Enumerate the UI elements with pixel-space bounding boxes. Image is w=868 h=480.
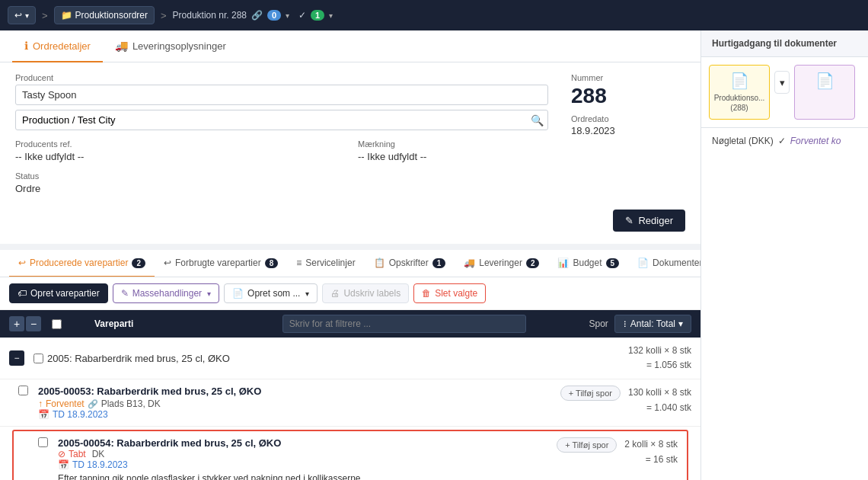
order-panel: ℹ Ordredetaljer 🚚 Leveringsoplysninger P…	[0, 30, 700, 244]
tab-forbrugte-varepartier[interactable]: ↩ Forbrugte varepartier 8	[155, 250, 287, 277]
back-button[interactable]: ↩ ▾	[8, 6, 36, 24]
main-content: ℹ Ordredetaljer 🚚 Leveringsoplysninger P…	[0, 30, 700, 480]
tab-dok-icon: 📄	[637, 258, 649, 268]
collapse-all-button[interactable]: −	[26, 316, 41, 331]
dropdown-arrow-links[interactable]: ▾	[286, 11, 289, 20]
lost-qty: 2 kolli × 8 stk = 16 stk	[624, 437, 678, 466]
columns-icon: ⫶	[623, 318, 627, 329]
table-row-lost: 2005-00054: Rabarberdrik med brus, 25 cl…	[12, 430, 688, 480]
lost-note: Efter tapning gik nogle glasflasker i st…	[58, 473, 549, 480]
status-row: Status Ordre	[0, 171, 700, 203]
lost-row-wrapper: 2005-00054: Rabarberdrik med brus, 25 cl…	[0, 427, 700, 480]
lost-name: 2005-00054: Rabarberdrik med brus, 25 cl…	[58, 437, 549, 449]
antal-dropdown-arrow: ▾	[678, 318, 683, 329]
edit-button[interactable]: ✎ Rediger	[613, 210, 685, 232]
ordredato-value: 18.9.2023	[571, 125, 685, 136]
nogletal-bar: Nøgletal (DKK) ✓ Forventet ko	[701, 127, 868, 154]
tab-details-label: Ordredetaljer	[33, 40, 91, 52]
history-icon: ↩	[14, 10, 22, 21]
dropdown-arrow-check[interactable]: ▾	[329, 11, 333, 20]
child-info: 2005-00053: Rabarberdrik med brus, 25 cl…	[38, 386, 553, 420]
form-left-fields: Producent 🔍	[15, 73, 548, 139]
location-search-icon: 🔍	[531, 114, 544, 126]
ordredato-group: Ordredato 18.9.2023	[571, 114, 685, 136]
tab-budget[interactable]: 📊 Budget 5	[548, 250, 628, 277]
row-checkbox[interactable]	[34, 354, 43, 363]
doc-card-extra[interactable]: 📄	[794, 65, 855, 120]
delete-icon: 🗑	[422, 288, 431, 299]
doc-card-extra-icon: 📄	[815, 72, 834, 90]
nummer-value: 288	[571, 85, 685, 108]
tab-prod-label: Producerede varepartier	[30, 258, 128, 268]
slet-valgte-button[interactable]: 🗑 Slet valgte	[413, 283, 486, 303]
link-count-badge: 0	[267, 10, 281, 21]
main-layout: ℹ Ordredetaljer 🚚 Leveringsoplysninger P…	[0, 30, 868, 480]
add-spor-button-1[interactable]: + Tilføj spor	[560, 386, 621, 401]
create-label: Opret varepartier	[30, 288, 100, 299]
tab-dokumenter[interactable]: 📄 Dokumenter	[628, 250, 700, 277]
row-checkbox-col	[29, 354, 47, 363]
top-navigation: ↩ ▾ > 📁 Produktionsordrer > Produktion n…	[0, 0, 868, 30]
tab-bud-count: 5	[606, 258, 620, 268]
produktionsordrer-breadcrumb[interactable]: 📁 Produktionsordrer	[54, 6, 155, 24]
spor-col-header: Spor	[532, 318, 608, 329]
tag-icon: 🏷	[18, 288, 27, 299]
order-tabs: ℹ Ordredetaljer 🚚 Leveringsoplysninger	[0, 30, 700, 62]
tab-producerede-varepartier[interactable]: ↩ Producerede varepartier 2	[9, 250, 155, 277]
doc-card-produktion[interactable]: 📄 Produktionso... (288)	[709, 65, 770, 120]
tab-servicelinjer[interactable]: ≡ Servicelinjer	[287, 250, 364, 277]
location-input[interactable]	[15, 110, 548, 130]
tab-lev-label: Leveringer	[479, 258, 522, 268]
producent-label: Producent	[15, 73, 548, 82]
edit-btn-row: ✎ Rediger	[0, 203, 700, 244]
info-icon: ℹ	[24, 40, 28, 52]
filter-input[interactable]	[282, 315, 526, 333]
table-header: + − Vareparti Spor ⫶ Antal: Total ▾	[0, 310, 700, 338]
lost-location: DK	[92, 449, 105, 459]
nummer-label: Nummer	[571, 73, 685, 82]
producents-ref-value: -- Ikke udfyldt --	[15, 151, 343, 162]
select-all-checkbox[interactable]	[52, 319, 62, 329]
doc-cards: 📄 Produktionso... (288) ▾ 📄	[701, 57, 868, 127]
massehandlinger-button[interactable]: ✎ Massehandlinger ▾	[113, 283, 219, 303]
producent-field: Producent 🔍	[15, 73, 548, 130]
opret-som-button[interactable]: 📄 Opret som ... ▾	[224, 283, 318, 303]
bottom-tabs-bar: ↩ Producerede varepartier 2 ↩ Forbrugte …	[0, 250, 700, 277]
right-sidebar: Hurtigadgang til dokumenter 📄 Produktion…	[700, 30, 868, 480]
udskriv-labels-button[interactable]: 🖨 Udskriv labels	[322, 283, 409, 303]
back-arrow: ▾	[25, 11, 29, 20]
tab-delivery-label: Leveringsoplysninger	[132, 40, 226, 52]
tab-leveringsoplysninger[interactable]: 🚚 Leveringsoplysninger	[103, 30, 238, 62]
vareparti-col-label: Vareparti	[94, 318, 133, 329]
select-all-checkbox-col	[47, 319, 65, 329]
maerkning-field: Mærkning -- Ikke udfyldt --	[358, 139, 685, 162]
forventet-link-icon: 🔗	[88, 399, 98, 409]
child-qty: 130 kolli × 8 stk = 1.040 stk	[628, 386, 691, 414]
mass-dropdown-arrow: ▾	[207, 290, 211, 298]
check-icon: ✓	[298, 10, 306, 21]
table-row-child: 2005-00053: Rabarberdrik med brus, 25 cl…	[0, 379, 700, 427]
doc-card-more[interactable]: ▾	[774, 71, 790, 94]
opret-varepartier-button[interactable]: 🏷 Opret varepartier	[9, 283, 108, 303]
lost-status: ⊘ Tabt DK	[58, 449, 549, 459]
child-checkbox[interactable]	[18, 386, 28, 395]
tab-opsk-icon: 📋	[374, 258, 385, 268]
antal-total-button[interactable]: ⫶ Antal: Total ▾	[614, 315, 691, 333]
action-bar: 🏷 Opret varepartier ✎ Massehandlinger ▾ …	[0, 277, 700, 310]
tab-opskrifter[interactable]: 📋 Opskrifter 1	[365, 250, 455, 277]
row-qty: 132 kolli × 8 stk = 1.056 stk	[628, 344, 691, 373]
slet-label: Slet valgte	[435, 288, 477, 299]
row-name: 2005: Rabarberdrik med brus, 25 cl, ØKO	[47, 353, 628, 364]
form-right-fields: Nummer 288 Ordredato 18.9.2023	[571, 73, 685, 139]
producent-input[interactable]	[15, 85, 548, 105]
lost-checkbox[interactable]	[38, 437, 48, 447]
tab-forb-label: Forbrugte varepartier	[175, 258, 261, 268]
tab-ordredetaljer[interactable]: ℹ Ordredetaljer	[12, 30, 103, 62]
row-expand-button[interactable]: −	[9, 350, 24, 366]
tab-leveringer[interactable]: 🚚 Leveringer 2	[455, 250, 548, 277]
add-spor-button-2[interactable]: + Tilføj spor	[557, 437, 617, 453]
ordredato-label: Ordredato	[571, 114, 685, 123]
check-count-badge: 1	[311, 10, 324, 21]
expand-all-button[interactable]: +	[9, 316, 24, 331]
calendar-icon: 📅	[38, 409, 49, 420]
